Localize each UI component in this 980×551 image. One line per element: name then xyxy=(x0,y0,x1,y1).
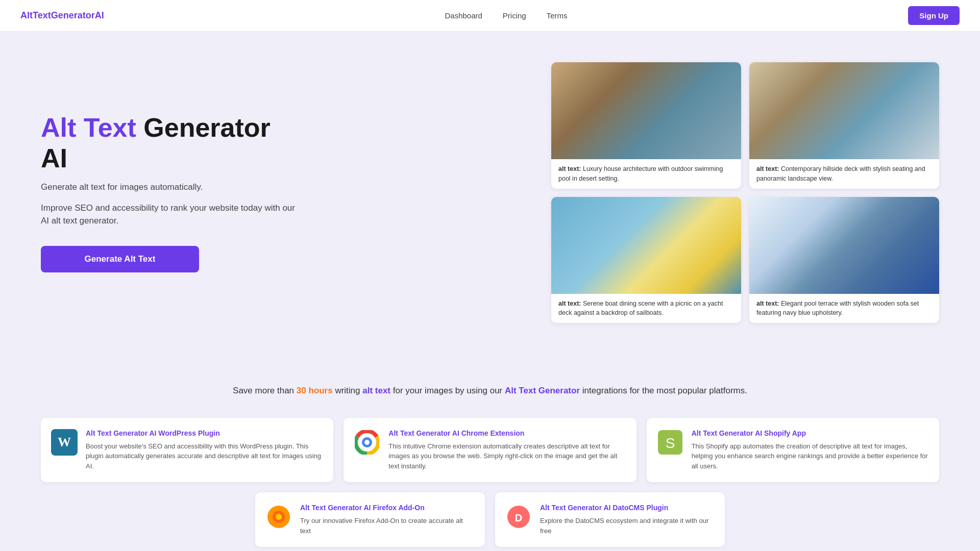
integration-cards-row2: Alt Text Generator AI Firefox Add-On Try… xyxy=(255,492,725,547)
svg-text:D: D xyxy=(515,512,522,523)
shopify-card-title: Alt Text Generator AI Shopify App xyxy=(692,429,929,437)
datocms-card-title: Alt Text Generator AI DatoCMS Plugin xyxy=(540,504,715,512)
integration-cards-row1: W Alt Text Generator AI WordPress Plugin… xyxy=(41,418,939,483)
alt-text-highlight: alt text xyxy=(362,386,390,395)
nav-dashboard[interactable]: Dashboard xyxy=(445,11,482,20)
image-3 xyxy=(551,197,741,294)
integrations-section: Save more than 30 hours writing alt text… xyxy=(0,354,980,551)
hero-title-purple: Alt Text xyxy=(41,113,136,142)
chrome-card-content: Alt Text Generator AI Chrome Extension T… xyxy=(388,429,626,471)
image-4 xyxy=(749,197,939,294)
integrations-intro: Save more than 30 hours writing alt text… xyxy=(41,384,939,397)
intro-text: Save more than xyxy=(233,386,297,395)
image-caption-1: alt text: Luxury house architecture with… xyxy=(551,159,741,189)
shopify-card[interactable]: S Alt Text Generator AI Shopify App This… xyxy=(647,418,939,483)
datocms-icon: D xyxy=(505,504,532,530)
firefox-card[interactable]: Alt Text Generator AI Firefox Add-On Try… xyxy=(255,492,485,547)
alt-text-4: Elegant pool terrace with stylish wooden… xyxy=(756,300,919,317)
image-card-3: alt text: Serene boat dining scene with … xyxy=(551,197,741,323)
datocms-card-content: Alt Text Generator AI DatoCMS Plugin Exp… xyxy=(540,504,715,536)
image-caption-4: alt text: Elegant pool terrace with styl… xyxy=(749,294,939,323)
wordpress-card[interactable]: W Alt Text Generator AI WordPress Plugin… xyxy=(41,418,333,483)
signup-button[interactable]: Sign Up xyxy=(908,6,960,25)
image-caption-3: alt text: Serene boat dining scene with … xyxy=(551,294,741,323)
chrome-card[interactable]: Alt Text Generator AI Chrome Extension T… xyxy=(344,418,636,483)
generate-alt-text-button[interactable]: Generate Alt Text xyxy=(41,246,199,272)
logo-purple: Alt xyxy=(20,10,33,20)
image-2 xyxy=(749,62,939,159)
hero-section: Alt Text Generator AI Generate alt text … xyxy=(0,32,980,354)
hero-title: Alt Text Generator AI xyxy=(41,113,296,174)
svg-point-6 xyxy=(364,440,370,445)
hours-highlight: 30 hours xyxy=(297,386,333,395)
alt-text-2: Contemporary hillside deck with stylish … xyxy=(756,165,925,182)
image-card-4: alt text: Elegant pool terrace with styl… xyxy=(749,197,939,323)
alt-text-1: Luxury house architecture with outdoor s… xyxy=(558,165,723,182)
hero-subtitle1: Generate alt text for images automatical… xyxy=(41,182,296,192)
wordpress-card-desc: Boost your website's SEO and accessibili… xyxy=(86,441,323,471)
middle-text2: for your images by using our xyxy=(390,386,505,395)
firefox-card-desc: Try our innovative Firefox Add-On to cre… xyxy=(300,516,475,536)
shopify-card-content: Alt Text Generator AI Shopify App This S… xyxy=(692,429,929,471)
datocms-card-desc: Explore the DatoCMS ecosystem and integr… xyxy=(540,516,715,536)
site-logo[interactable]: AltTextGeneratorAI xyxy=(20,10,104,21)
hero-subtitle2: Improve SEO and accessibility to rank yo… xyxy=(41,202,296,228)
firefox-card-content: Alt Text Generator AI Firefox Add-On Try… xyxy=(300,504,475,536)
alt-label-2: alt text: xyxy=(756,165,779,172)
logo-black: TextGeneratorAI xyxy=(33,10,104,20)
nav-links: Dashboard Pricing Terms xyxy=(445,11,567,20)
hero-image-grid: alt text: Luxury house architecture with… xyxy=(551,62,939,323)
wordpress-icon: W xyxy=(51,429,78,456)
svg-text:W: W xyxy=(58,435,71,449)
alt-label-3: alt text: xyxy=(558,300,581,307)
shopify-card-desc: This Shopify app automates the creation … xyxy=(692,441,929,471)
image-caption-2: alt text: Contemporary hillside deck wit… xyxy=(749,159,939,189)
firefox-card-title: Alt Text Generator AI Firefox Add-On xyxy=(300,504,475,512)
image-card-2: alt text: Contemporary hillside deck wit… xyxy=(749,62,939,189)
image-1 xyxy=(551,62,741,159)
hero-left: Alt Text Generator AI Generate alt text … xyxy=(41,113,296,272)
shopify-icon: S xyxy=(657,429,683,456)
firefox-icon xyxy=(265,504,292,530)
nav-pricing[interactable]: Pricing xyxy=(503,11,526,20)
svg-text:S: S xyxy=(665,435,675,451)
datocms-card[interactable]: D Alt Text Generator AI DatoCMS Plugin E… xyxy=(495,492,725,547)
wordpress-card-content: Alt Text Generator AI WordPress Plugin B… xyxy=(86,429,323,471)
chrome-card-desc: This intuitive Chrome extension automati… xyxy=(388,441,626,471)
alt-label-1: alt text: xyxy=(558,165,581,172)
chrome-card-title: Alt Text Generator AI Chrome Extension xyxy=(388,429,626,437)
alt-label-4: alt text: xyxy=(756,300,779,307)
image-card-1: alt text: Luxury house architecture with… xyxy=(551,62,741,189)
wordpress-card-title: Alt Text Generator AI WordPress Plugin xyxy=(86,429,323,437)
svg-point-11 xyxy=(276,514,282,520)
nav-terms[interactable]: Terms xyxy=(547,11,568,20)
alt-text-3: Serene boat dining scene with a picnic o… xyxy=(558,300,723,317)
generator-highlight: Alt Text Generator xyxy=(505,386,580,395)
end-text: integrations for the most popular platfo… xyxy=(580,386,747,395)
chrome-icon xyxy=(354,429,380,456)
middle-text: writing xyxy=(333,386,363,395)
